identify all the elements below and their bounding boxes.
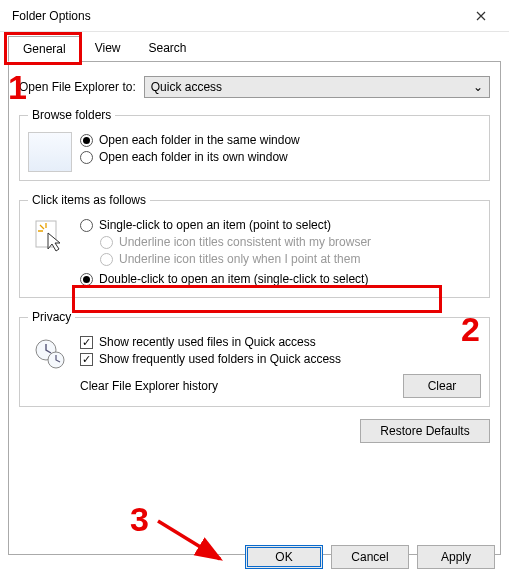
open-explorer-label: Open File Explorer to: — [19, 80, 136, 94]
privacy-legend: Privacy — [28, 310, 75, 324]
radio-double-click-label: Double-click to open an item (single-cli… — [99, 272, 368, 286]
clock-history-icon — [28, 334, 72, 374]
tab-view-label: View — [95, 41, 121, 55]
apply-button-label: Apply — [441, 550, 471, 564]
chevron-down-icon: ⌄ — [473, 80, 483, 94]
clear-history-label: Clear File Explorer history — [80, 379, 218, 393]
radio-underline-point-label: Underline icon titles only when I point … — [119, 252, 360, 266]
radio-own-window[interactable]: Open each folder in its own window — [80, 150, 481, 164]
browse-folders-group: Browse folders Open each folder in the s… — [19, 108, 490, 181]
tab-view[interactable]: View — [81, 36, 135, 62]
tab-search[interactable]: Search — [135, 36, 201, 62]
restore-defaults-button[interactable]: Restore Defaults — [360, 419, 490, 443]
radio-own-window-label: Open each folder in its own window — [99, 150, 288, 164]
radio-same-window-label: Open each folder in the same window — [99, 133, 300, 147]
clear-button-label: Clear — [428, 379, 457, 393]
tab-panel-general: Open File Explorer to: Quick access ⌄ Br… — [8, 61, 501, 555]
tab-strip: General View Search — [0, 32, 509, 62]
restore-defaults-label: Restore Defaults — [380, 424, 469, 438]
open-explorer-value: Quick access — [151, 80, 222, 94]
clear-button[interactable]: Clear — [403, 374, 481, 398]
apply-button[interactable]: Apply — [417, 545, 495, 569]
radio-icon — [100, 236, 113, 249]
check-recent-files-label: Show recently used files in Quick access — [99, 335, 316, 349]
ok-button[interactable]: OK — [245, 545, 323, 569]
check-freq-folders[interactable]: Show frequently used folders in Quick ac… — [80, 352, 481, 366]
radio-double-click[interactable]: Double-click to open an item (single-cli… — [80, 272, 481, 286]
radio-icon — [80, 273, 93, 286]
radio-icon — [100, 253, 113, 266]
click-items-legend: Click items as follows — [28, 193, 150, 207]
close-icon — [476, 11, 486, 21]
cancel-button-label: Cancel — [351, 550, 388, 564]
tab-search-label: Search — [149, 41, 187, 55]
privacy-group: Privacy Show recently used files in Quic… — [19, 310, 490, 407]
radio-single-click[interactable]: Single-click to open an item (point to s… — [80, 218, 481, 232]
radio-icon — [80, 219, 93, 232]
radio-underline-browser-label: Underline icon titles consistent with my… — [119, 235, 371, 249]
titlebar: Folder Options — [0, 0, 509, 32]
checkbox-icon — [80, 336, 93, 349]
cancel-button[interactable]: Cancel — [331, 545, 409, 569]
folder-window-icon — [28, 132, 72, 172]
open-explorer-select[interactable]: Quick access ⌄ — [144, 76, 490, 98]
close-button[interactable] — [461, 2, 501, 30]
radio-same-window[interactable]: Open each folder in the same window — [80, 133, 481, 147]
window-title: Folder Options — [12, 9, 461, 23]
cursor-click-icon — [28, 215, 72, 259]
tab-general[interactable]: General — [8, 36, 81, 62]
checkbox-icon — [80, 353, 93, 366]
dialog-buttons: OK Cancel Apply — [245, 545, 495, 569]
radio-single-click-label: Single-click to open an item (point to s… — [99, 218, 331, 232]
click-items-group: Click items as follows Single-click to o… — [19, 193, 490, 298]
radio-underline-browser: Underline icon titles consistent with my… — [100, 235, 481, 249]
annotation-highlight-double-click — [72, 285, 442, 313]
ok-button-label: OK — [275, 550, 292, 564]
tab-general-label: General — [23, 42, 66, 56]
radio-icon — [80, 151, 93, 164]
browse-folders-legend: Browse folders — [28, 108, 115, 122]
check-freq-folders-label: Show frequently used folders in Quick ac… — [99, 352, 341, 366]
radio-underline-point: Underline icon titles only when I point … — [100, 252, 481, 266]
open-explorer-row: Open File Explorer to: Quick access ⌄ — [19, 76, 490, 98]
radio-icon — [80, 134, 93, 147]
check-recent-files[interactable]: Show recently used files in Quick access — [80, 335, 481, 349]
